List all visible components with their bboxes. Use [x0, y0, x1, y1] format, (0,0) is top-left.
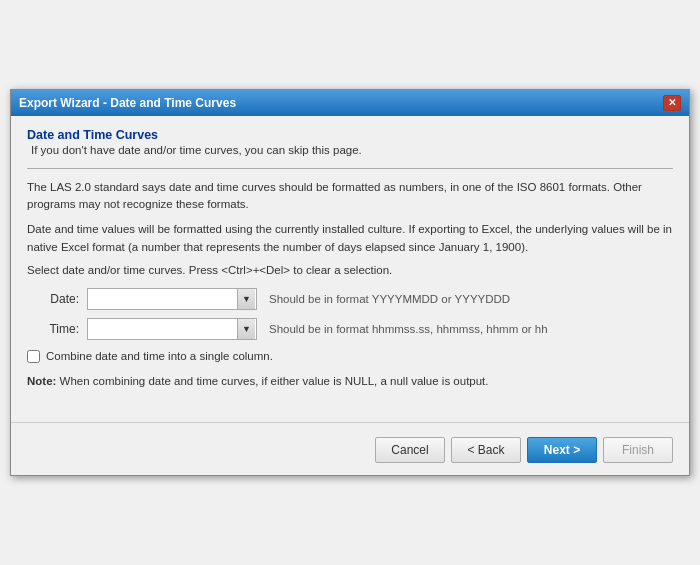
combine-checkbox-label[interactable]: Combine date and time into a single colu…: [46, 350, 273, 362]
time-select-wrapper: ▼: [87, 318, 257, 340]
divider: [27, 168, 673, 169]
date-field-row: Date: ▼ Should be in format YYYYMMDD or …: [27, 288, 673, 310]
date-select[interactable]: [87, 288, 257, 310]
combine-checkbox[interactable]: [27, 350, 40, 363]
dialog-body: Date and Time Curves If you don't have d…: [11, 116, 689, 402]
date-label: Date:: [27, 292, 87, 306]
close-button[interactable]: ✕: [663, 95, 681, 111]
title-bar-left: Export Wizard - Date and Time Curves: [19, 96, 236, 110]
time-select[interactable]: [87, 318, 257, 340]
info-paragraph-2: Date and time values will be formatted u…: [27, 221, 673, 256]
dialog-title: Export Wizard - Date and Time Curves: [19, 96, 236, 110]
time-hint: Should be in format hhmmss.ss, hhmmss, h…: [269, 323, 548, 335]
section-subtitle: If you don't have date and/or time curve…: [27, 144, 673, 156]
back-button[interactable]: < Back: [451, 437, 521, 463]
finish-button[interactable]: Finish: [603, 437, 673, 463]
date-select-wrapper: ▼: [87, 288, 257, 310]
time-field-row: Time: ▼ Should be in format hhmmss.ss, h…: [27, 318, 673, 340]
combine-checkbox-row: Combine date and time into a single colu…: [27, 350, 673, 363]
note-text: Note: When combining date and time curve…: [27, 373, 673, 390]
cancel-button[interactable]: Cancel: [375, 437, 445, 463]
fields-area: Date: ▼ Should be in format YYYYMMDD or …: [27, 288, 673, 340]
note-bold: Note:: [27, 375, 56, 387]
instruction-text: Select date and/or time curves. Press <C…: [27, 264, 673, 276]
next-button[interactable]: Next >: [527, 437, 597, 463]
time-label: Time:: [27, 322, 87, 336]
dialog-window: Export Wizard - Date and Time Curves ✕ D…: [10, 89, 690, 476]
note-content: When combining date and time curves, if …: [60, 375, 489, 387]
info-paragraph-1: The LAS 2.0 standard says date and time …: [27, 179, 673, 214]
date-hint: Should be in format YYYYMMDD or YYYYDDD: [269, 293, 510, 305]
title-bar: Export Wizard - Date and Time Curves ✕: [11, 90, 689, 116]
section-title: Date and Time Curves: [27, 128, 673, 142]
button-bar: Cancel < Back Next > Finish: [11, 422, 689, 475]
